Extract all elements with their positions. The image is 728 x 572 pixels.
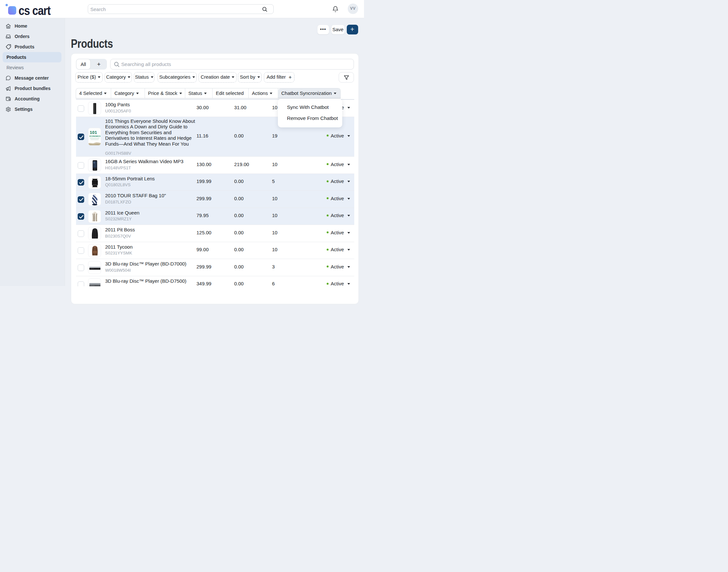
svg-text:ECONOMICS: ECONOMICS — [89, 135, 100, 137]
svg-text:101: 101 — [90, 130, 97, 135]
